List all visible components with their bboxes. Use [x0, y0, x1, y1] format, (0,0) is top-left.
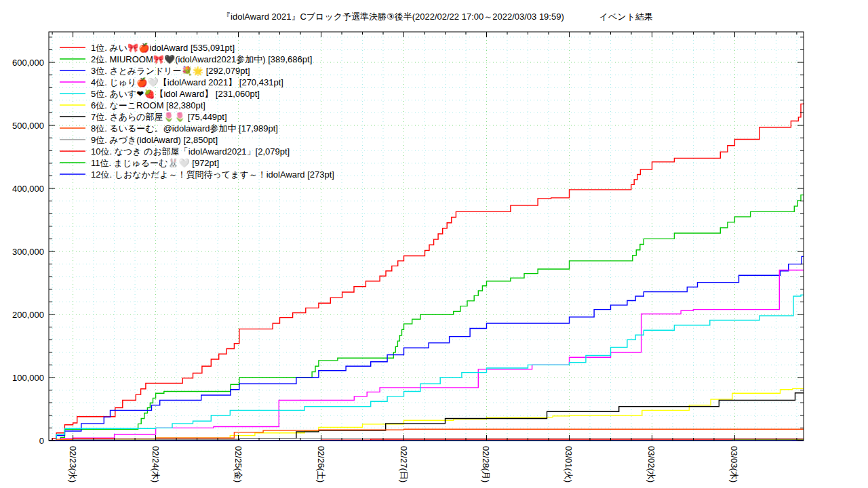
x-tick-label: 03/01(火) — [564, 446, 574, 483]
y-tick-label: 500,000 — [12, 121, 44, 131]
x-tick-label: 02/24(木) — [151, 446, 161, 483]
x-tick-label: 02/28(月) — [481, 446, 491, 483]
legend-label-rank-8: 8位. るいるーむ。@idolaward参加中 [17,989pt] — [91, 123, 278, 134]
x-tick-label: 02/25(金) — [233, 446, 243, 483]
series-line-rank-5 — [49, 295, 804, 441]
series-line-rank-4 — [49, 270, 804, 441]
chart-canvas: 『idolAward 2021』Cブロック予選準決勝③後半(2022/02/22… — [0, 0, 868, 488]
series-line-rank-2 — [49, 195, 804, 441]
legend-label-rank-7: 7位. さあらの部屋🌷🌷 [75,449pt] — [91, 111, 227, 123]
series-line-rank-6 — [49, 388, 804, 441]
chart-title: 『idolAward 2021』Cブロック予選準決勝③後半(2022/02/22… — [222, 12, 653, 22]
ranking-line-chart: 『idolAward 2021』Cブロック予選準決勝③後半(2022/02/22… — [0, 0, 868, 488]
legend-label-rank-12: 12位. しおなかだよ～！質問待ってます～！idolAward [273pt] — [91, 169, 334, 180]
series-line-rank-3 — [49, 256, 804, 441]
legend-label-rank-10: 10位. なつき のお部屋「idolAward2021」[2,079pt] — [91, 146, 290, 157]
x-tick-label: 02/27(日) — [399, 446, 409, 483]
legend-label-rank-6: 6位. なーこROOM [82,380pt] — [91, 100, 205, 110]
legend-label-rank-11: 11位. まじゅるーむ🐰🤍 [972pt] — [91, 157, 219, 169]
y-tick-label: 200,000 — [12, 310, 44, 320]
legend-label-rank-4: 4位. じゅり🍎🤍【idolAward 2021】 [270,431pt] — [91, 77, 283, 88]
y-tick-label: 300,000 — [12, 247, 44, 257]
legend-label-rank-1: 1位. みい🎀🍎idolAward [535,091pt] — [91, 42, 235, 54]
y-tick-label: 100,000 — [12, 373, 44, 383]
legend-label-rank-9: 9位. みづき(idolAward) [2,850pt] — [91, 135, 218, 145]
legend-label-rank-3: 3位. さとみランドリー💐🌟 [292,079pt] — [91, 65, 250, 77]
y-tick-label: 600,000 — [12, 58, 44, 68]
x-tick-label: 03/02(水) — [646, 446, 656, 483]
y-tick-label: 400,000 — [12, 184, 44, 194]
x-tick-label: 02/23(水) — [68, 446, 78, 483]
y-tick-label: 0 — [39, 436, 44, 446]
x-tick-label: 02/26(土) — [316, 446, 326, 483]
legend: 1位. みい🎀🍎idolAward [535,091pt] 2位. MIUROO… — [60, 42, 334, 180]
legend-label-rank-5: 5位. あいす❤🍓【idol Award】 [231,060pt] — [91, 88, 260, 100]
x-tick-label: 03/03(木) — [729, 446, 739, 483]
legend-label-rank-2: 2位. MIUROOM🎀🖤(idolAward2021参加中) [389,686… — [91, 54, 312, 65]
